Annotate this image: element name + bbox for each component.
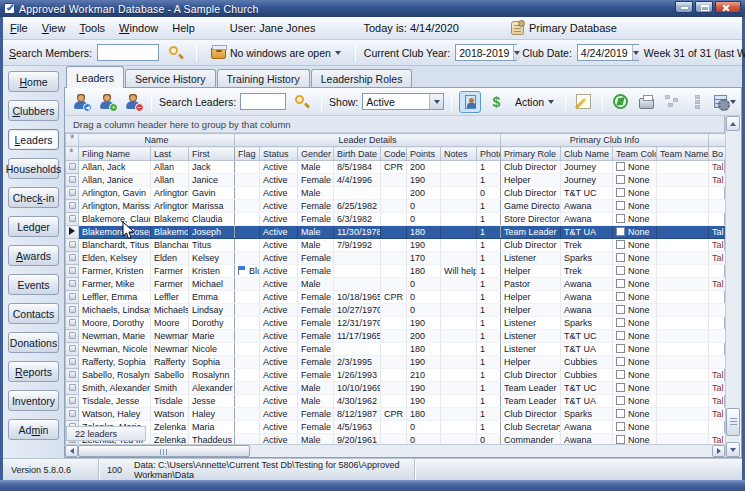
sidebar-item-leaders[interactable]: Leaders — [8, 129, 59, 150]
sidebar-item-reports[interactable]: Reports — [8, 361, 59, 382]
scroll-up-button[interactable] — [726, 116, 740, 131]
add-leader-button[interactable]: + — [96, 91, 118, 113]
refresh-button[interactable] — [610, 91, 632, 113]
club-year-combo-arrow[interactable] — [513, 45, 520, 60]
search-leaders-input[interactable] — [240, 93, 286, 110]
tab-leaders[interactable]: Leaders — [66, 66, 124, 88]
menu-file[interactable]: File — [3, 19, 35, 37]
search-icon[interactable] — [164, 43, 188, 63]
leader-row-smith-alexander[interactable]: Smith, AlexanderSmithAlexanderActiveMale… — [66, 382, 726, 395]
sidebar-item-awards[interactable]: Awards — [8, 245, 59, 266]
menu-view[interactable]: View — [35, 19, 73, 37]
row-indicator — [66, 291, 79, 304]
col-header-code[interactable]: Code — [381, 147, 407, 161]
maximize-button[interactable] — [695, 1, 713, 13]
col-header-bo[interactable]: Bo — [709, 147, 726, 161]
tab-training-history[interactable]: Training History — [217, 69, 310, 88]
leader-row-sabello-rosalynn[interactable]: Sabello, RosalynnSabelloRosalynnActiveFe… — [66, 369, 726, 382]
sidebar-item-home[interactable]: Home — [8, 71, 59, 92]
leader-row-michaels-lindsay[interactable]: Michaels, LindsayMichaelsLindsayActiveFe… — [66, 304, 726, 317]
leader-row-allan-jack[interactable]: Allan, JackAllanJackActiveMale8/5/1984CP… — [66, 161, 726, 174]
show-filter-combo-arrow[interactable] — [429, 94, 443, 109]
leader-row-blakemore-joseph[interactable]: Blakemore, JosephBlakemoreJosephActiveMa… — [66, 226, 726, 239]
leader-row-watson-haley[interactable]: Watson, HaleyWatsonHaleyActiveFemale8/12… — [66, 408, 726, 421]
club-year-combo[interactable]: 2018-2019 — [455, 44, 517, 61]
horizontal-scrollbar[interactable] — [65, 444, 725, 457]
col-header-last[interactable]: Last — [151, 147, 189, 161]
sidebar-item-inventory[interactable]: Inventory — [8, 390, 59, 411]
group-by-bar[interactable]: Drag a column header here to group by th… — [65, 116, 724, 133]
remove-leader-button[interactable]: − — [122, 91, 144, 113]
menu-window[interactable]: Window — [112, 19, 165, 37]
group-button[interactable] — [662, 91, 684, 113]
refresh-icon — [613, 94, 628, 109]
horizontal-scroll-thumb[interactable] — [78, 445, 250, 457]
leader-row-arlington-marissa[interactable]: Arlington, MarissaArlingtonMarissaActive… — [66, 200, 726, 213]
search-leaders-icon[interactable] — [290, 92, 314, 112]
col-header-photo[interactable]: Photo — [477, 147, 501, 161]
cell-club-name: Cubbies — [561, 356, 613, 369]
show-filter-combo[interactable]: Active — [362, 93, 444, 110]
week-label: Week 31 of 31 (last Week of the 4th Qtr) — [644, 47, 745, 59]
scroll-left-button[interactable] — [65, 445, 78, 457]
leader-row-elden-kelsey[interactable]: Elden, KelseyEldenKelseyActiveFemale1701… — [66, 252, 726, 265]
leader-row-arlington-gavin[interactable]: Arlington, GavinArlingtonGavinActiveMale… — [66, 187, 726, 200]
cell-status: Active — [260, 382, 298, 395]
dues-button[interactable]: $ — [485, 91, 507, 113]
col-header-first[interactable]: First — [189, 147, 235, 161]
leader-row-farmer-mike[interactable]: Farmer, MikeFarmerMichaelActiveMale01Pas… — [66, 278, 726, 291]
scroll-right-button[interactable] — [712, 445, 725, 457]
search-members-input[interactable] — [97, 44, 159, 61]
grid-settings-button[interactable] — [714, 91, 736, 113]
view-leader-button[interactable]: ◂ — [70, 91, 92, 113]
col-header-club-name[interactable]: Club Name — [561, 147, 613, 161]
minimize-button[interactable] — [675, 1, 693, 13]
leader-row-newman-nicole[interactable]: Newman, NicoleNewmanNicoleActiveFemale18… — [66, 343, 726, 356]
vertical-scrollbar[interactable] — [725, 116, 740, 457]
leader-row-rafferty-sophia[interactable]: Rafferty, SophiaRaffertySophiaActiveFema… — [66, 356, 726, 369]
tab-leadership-roles[interactable]: Leadership Roles — [311, 69, 413, 88]
sidebar-item-admin[interactable]: Admin — [8, 419, 59, 440]
leader-row-blakemore-claudia[interactable]: Blakemore, ClaudiaBlakemoreClaudiaActive… — [66, 213, 726, 226]
vertical-scroll-thumb[interactable] — [726, 408, 740, 436]
cell-bo — [709, 265, 726, 278]
menu-help[interactable]: Help — [165, 19, 202, 37]
sidebar-item-donations[interactable]: Donations — [8, 332, 59, 353]
col-header-flag[interactable]: Flag — [235, 147, 260, 161]
col-header-primary-role[interactable]: Primary Role — [501, 147, 561, 161]
scroll-down-button[interactable] — [726, 442, 740, 457]
col-header-team-name[interactable]: Team Name — [657, 147, 709, 161]
tab-service-history[interactable]: Service History — [125, 69, 216, 88]
club-date-combo-arrow[interactable] — [632, 45, 639, 60]
edit-button[interactable] — [573, 91, 595, 113]
leader-row-farmer-kristen[interactable]: Farmer, KristenFarmerKristenBluActiveFem… — [66, 265, 726, 278]
leader-row-blanchardt-titus[interactable]: Blanchardt, TitusBlanchardtTitusActiveMa… — [66, 239, 726, 252]
leader-row-allan-janice[interactable]: Allan, JaniceAllanJaniceActiveFemale4/4/… — [66, 174, 726, 187]
action-button[interactable]: Action — [511, 91, 557, 113]
leader-row-tisdale-jesse[interactable]: Tisdale, JesseTisdaleJesseActiveMale4/30… — [66, 395, 726, 408]
sidebar-item-clubbers[interactable]: Clubbers — [8, 100, 59, 121]
photo-toggle-button[interactable] — [459, 91, 481, 113]
sidebar-item-check-in[interactable]: Check-in — [8, 187, 59, 208]
leader-row-newman-marie[interactable]: Newman, MarieNewmanMarieActiveFemale11/1… — [66, 330, 726, 343]
col-header-team-color[interactable]: Team Color — [613, 147, 657, 161]
sidebar-item-ledger[interactable]: Ledger — [8, 216, 59, 237]
col-header-status[interactable]: Status — [260, 147, 298, 161]
col-header-birth-date[interactable]: Birth Date — [334, 147, 381, 161]
col-header-filing-name[interactable]: Filing Name — [79, 147, 151, 161]
col-header-gender[interactable]: Gender — [298, 147, 334, 161]
sidebar-item-events[interactable]: Events — [8, 274, 59, 295]
menu-tools[interactable]: Tools — [72, 19, 112, 37]
sidebar-item-contacts[interactable]: Contacts — [8, 303, 59, 324]
club-date-combo[interactable]: 4/24/2019 — [577, 44, 639, 61]
sort-button[interactable] — [688, 91, 710, 113]
close-button[interactable] — [715, 1, 741, 13]
leader-row-leffler-emma[interactable]: Leffler, EmmaLefflerEmmaActiveFemale10/1… — [66, 291, 726, 304]
open-windows-button[interactable]: No windows are open — [205, 45, 347, 61]
sidebar-item-households[interactable]: Households — [8, 158, 59, 179]
grid-footer: 22 leaders — [65, 426, 725, 442]
print-button[interactable] — [636, 91, 658, 113]
leader-row-moore-dorothy[interactable]: Moore, DorothyMooreDorothyActiveFemale12… — [66, 317, 726, 330]
col-header-notes[interactable]: Notes — [441, 147, 477, 161]
col-header-points[interactable]: Points — [407, 147, 441, 161]
